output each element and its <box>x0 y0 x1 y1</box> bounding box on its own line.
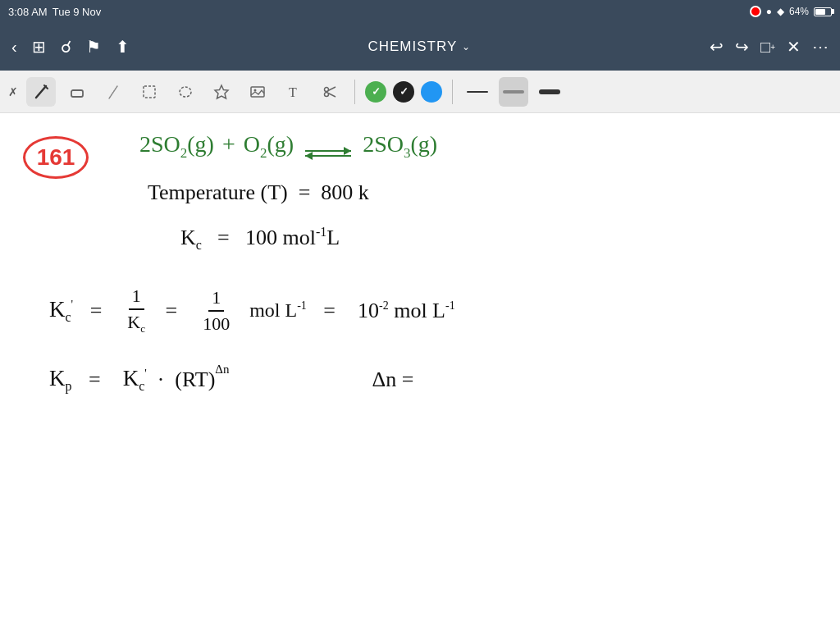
temperature-line: Temperature (T) = 800 k <box>148 180 369 205</box>
kc-line: Kc = 100 mol-1L <box>180 225 340 253</box>
add-page-button[interactable]: □+ <box>760 38 775 57</box>
drawing-toolbar: ✗ T ✓ <box>0 71 840 113</box>
text-tool[interactable]: T <box>279 77 308 107</box>
kp-rt-expr: (RT) Δn <box>175 368 229 392</box>
svg-point-8 <box>254 89 257 91</box>
eq-2SO3: 2SO3(g) <box>363 131 437 162</box>
selection-tool[interactable] <box>135 77 164 107</box>
undo-button[interactable]: ↩ <box>710 37 724 57</box>
svg-rect-7 <box>251 87 264 97</box>
stroke-medium[interactable] <box>499 77 528 107</box>
svg-text:T: T <box>289 85 297 99</box>
fraction-numerator-1: 1 <box>129 285 144 310</box>
status-left: 3:08 AM Tue 9 Nov <box>8 6 101 18</box>
svg-point-5 <box>180 87 191 97</box>
kp-kc-prime: Kc' <box>123 366 147 394</box>
back-button[interactable]: ‹ <box>11 38 17 57</box>
fraction-1-over-kc: 1 Kc <box>124 285 148 336</box>
wifi-icon: ● <box>766 6 772 17</box>
more-button[interactable]: ⋯ <box>812 37 829 57</box>
bookmark-button[interactable]: ⚑ <box>86 37 101 57</box>
notebook-title: CHEMISTRY <box>368 39 457 55</box>
kc-prime-unit1: mol L-1 <box>244 299 307 322</box>
kc-equals: = 100 mol-1L <box>207 225 340 250</box>
kp-line: Kp = Kc' · (RT) Δn Δn = <box>49 366 413 394</box>
kp-rt-exponent: Δn <box>215 363 229 377</box>
toolbar-center: CHEMISTRY ⌄ <box>368 39 471 55</box>
signal-icon: ◆ <box>777 6 784 17</box>
kc-prime-eq3: = <box>318 299 346 323</box>
kc-label: Kc <box>180 226 202 253</box>
svg-rect-2 <box>71 90 83 97</box>
fraction-denominator-100: 100 <box>199 312 233 335</box>
page-number: 161 <box>37 144 75 171</box>
eq-arrows <box>305 150 351 157</box>
color-black[interactable]: ✓ <box>393 81 414 103</box>
time: 3:08 AM <box>8 6 48 18</box>
kp-delta-n-right: Δn = <box>372 368 413 392</box>
close-button[interactable]: ✕ <box>787 37 801 57</box>
redo-button[interactable]: ↪ <box>735 37 749 57</box>
stroke-thin[interactable] <box>463 77 492 107</box>
lasso-tool[interactable] <box>171 77 200 107</box>
svg-line-13 <box>328 93 336 97</box>
svg-rect-4 <box>144 86 155 98</box>
page-number-badge: 161 <box>23 136 89 179</box>
battery-percent: 64% <box>789 6 809 17</box>
pencil-tool[interactable] <box>98 77 128 107</box>
temp-text: Temperature (T) = 800 k <box>148 180 369 204</box>
kc-prime-eq2: = <box>160 299 188 323</box>
kc-prime-label: Kc' <box>49 297 73 325</box>
fraction-1-over-100: 1 100 <box>199 287 233 335</box>
color-green[interactable] <box>365 81 386 103</box>
main-toolbar: ‹ ⊞ ☌ ⚑ ⬆ CHEMISTRY ⌄ ↩ ↪ □+ ✕ ⋯ <box>0 23 840 71</box>
share-button[interactable]: ⬆ <box>116 37 130 57</box>
canvas-area: 161 2SO2(g) + O2(g) 2SO3(g) Temperature … <box>0 113 840 630</box>
status-right: ● ◆ 64% <box>750 6 832 17</box>
image-tool[interactable] <box>243 77 272 107</box>
color-blue[interactable] <box>421 81 442 103</box>
svg-line-0 <box>36 86 46 98</box>
svg-point-11 <box>325 92 329 96</box>
eq-plus: + <box>222 131 235 158</box>
date: Tue 9 Nov <box>52 6 102 18</box>
kc-prime-line: Kc' = 1 Kc = 1 100 mol L-1 = 10-2 mol L-… <box>49 285 455 336</box>
kp-eq: = <box>84 368 112 392</box>
fraction-denominator-kc: Kc <box>124 310 148 336</box>
title-chevron[interactable]: ⌄ <box>462 41 471 52</box>
svg-point-10 <box>325 87 329 91</box>
chemical-equation: 2SO2(g) + O2(g) 2SO3(g) <box>139 131 437 162</box>
kp-label: Kp <box>49 366 72 394</box>
toolbar-left: ‹ ⊞ ☌ ⚑ ⬆ <box>11 37 130 57</box>
record-icon <box>750 6 761 17</box>
kc-prime-result: 10-2 mol L-1 <box>358 299 455 323</box>
eq-O2: O2(g) <box>244 131 294 162</box>
search-button[interactable]: ☌ <box>61 37 71 57</box>
eraser-tool[interactable] <box>62 77 92 107</box>
toolbar-right: ↩ ↪ □+ ✕ ⋯ <box>710 37 829 57</box>
svg-line-3 <box>109 86 117 98</box>
eq-2SO2: 2SO2(g) <box>139 131 214 162</box>
bluetooth-icon: ✗ <box>8 85 18 98</box>
kp-dot: · <box>158 368 164 392</box>
kp-rt-base: (RT) <box>175 368 215 392</box>
kc-prime-eq1: = <box>84 299 112 323</box>
pen-tool[interactable] <box>26 77 56 107</box>
divider-2 <box>452 80 453 104</box>
scissors-tool[interactable] <box>315 77 345 107</box>
grid-button[interactable]: ⊞ <box>32 37 46 57</box>
svg-marker-6 <box>215 85 228 98</box>
battery-icon <box>814 7 832 16</box>
status-bar: 3:08 AM Tue 9 Nov ● ◆ 64% <box>0 0 840 23</box>
svg-line-12 <box>328 87 336 91</box>
divider-1 <box>354 80 355 104</box>
stroke-thick[interactable] <box>535 77 564 107</box>
star-tool[interactable] <box>207 77 236 107</box>
fraction-numerator-2: 1 <box>208 287 224 312</box>
